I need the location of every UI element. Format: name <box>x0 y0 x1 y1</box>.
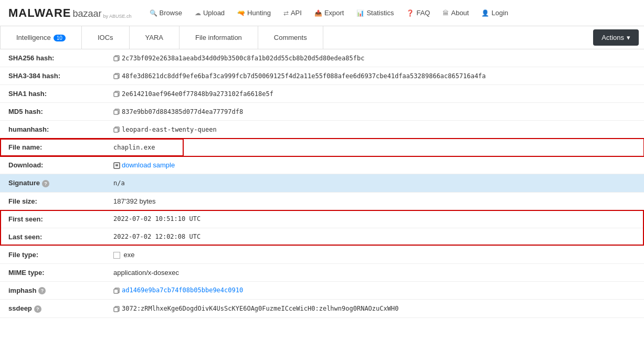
tab-comments[interactable]: Comments <box>258 26 323 49</box>
row-label-lastseen: Last seen: <box>0 228 105 246</box>
nav-link-upload[interactable]: ☁Upload <box>189 6 230 20</box>
actions-button[interactable]: Actions ▾ <box>593 29 639 46</box>
svg-rect-0 <box>114 57 118 61</box>
exe-file-icon <box>113 252 120 259</box>
row-value-filename: chaplin.exe <box>105 139 644 156</box>
tab-file-information[interactable]: File information <box>180 26 258 49</box>
export-label: Export <box>324 9 344 17</box>
file-info-table: SHA256 hash:2c73bf092e2638a1aeabd34d0d9b… <box>0 49 644 318</box>
tab-yara[interactable]: YARA <box>130 26 180 49</box>
tab-iocs[interactable]: IOCs <box>82 26 130 49</box>
hunting-label: Hunting <box>247 9 271 17</box>
row-value-signature: n/a <box>105 174 644 193</box>
imphash-link[interactable]: ad1469e9ba7cb74f08b05bbe9e4c0910 <box>122 287 243 294</box>
svg-rect-8 <box>114 289 118 293</box>
actions-chevron-icon: ▾ <box>627 34 630 41</box>
navbar: MALWARE bazaar by ABUSE.ch 🔍Browse☁Uploa… <box>0 0 644 26</box>
nav-link-export[interactable]: 📤Export <box>309 6 350 20</box>
tab-intelligence[interactable]: Intelligence10 <box>0 26 82 49</box>
svg-rect-2 <box>114 92 118 97</box>
table-row-mimetype: MIME type:application/x-dosexec <box>0 263 644 281</box>
row-value-firstseen: 2022-07-02 10:51:10 UTC <box>105 210 644 228</box>
faq-icon: ❓ <box>406 9 414 17</box>
row-label-humanhash: humanhash: <box>0 121 105 139</box>
export-icon: 📤 <box>314 9 322 17</box>
table-row-md5: MD5 hash:837e9bb07d884385d077d4ea77797df… <box>0 103 644 121</box>
row-value-filetype: exe <box>105 246 644 263</box>
tab-label-iocs: IOCs <box>98 34 113 41</box>
table-row-sha1: SHA1 hash:2e614210aef964e0f77848b9a27310… <box>0 85 644 103</box>
upload-label: Upload <box>203 9 225 17</box>
row-value-sha1: 2e614210aef964e0f77848b9a273102fa6618e5f <box>105 85 644 103</box>
table-row-download: Download:download sample <box>0 156 644 174</box>
copy-icon-sha3[interactable] <box>113 73 120 79</box>
nav-link-faq[interactable]: ❓FAQ <box>401 6 435 20</box>
svg-rect-4 <box>114 128 118 132</box>
tab-label-comments: Comments <box>274 34 307 41</box>
actions-label: Actions <box>601 34 624 41</box>
tab-badge-intelligence: 10 <box>54 35 66 41</box>
faq-label: FAQ <box>416 9 430 17</box>
brand: MALWARE bazaar by ABUSE.ch <box>8 6 132 20</box>
download-link[interactable]: download sample <box>122 161 175 169</box>
copy-icon-imphash[interactable] <box>113 288 120 294</box>
row-value-download: download sample <box>105 156 644 174</box>
row-label-imphash: imphash? <box>0 281 105 300</box>
help-icon-imphash[interactable]: ? <box>38 287 46 294</box>
tabs-bar: Intelligence10IOCsYARAFile informationCo… <box>0 26 644 49</box>
table-row-filename: File name:chaplin.exe <box>0 139 644 156</box>
hunting-icon: 🔫 <box>237 9 245 17</box>
nav-link-about[interactable]: 🏛About <box>437 6 474 20</box>
nav-link-browse[interactable]: 🔍Browse <box>144 6 187 20</box>
row-label-filetype: File type: <box>0 246 105 263</box>
upload-icon: ☁ <box>195 9 201 17</box>
row-value-ssdeep: 3072:zRMlhxeKge6DogdOivK4UsScKYE6OAg0Fuz… <box>105 300 644 318</box>
copy-icon-sha256[interactable] <box>113 55 120 61</box>
about-label: About <box>451 9 469 17</box>
row-value-filesize: 187'392 bytes <box>105 192 644 210</box>
row-label-md5: MD5 hash: <box>0 103 105 121</box>
nav-link-api[interactable]: ⇄API <box>278 6 307 20</box>
row-value-sha3: 48fe3d8621dc8ddf9efe6baf3ca999fcb7d50069… <box>105 67 644 85</box>
row-label-firstseen: First seen: <box>0 210 105 228</box>
login-label: Login <box>491 9 508 17</box>
table-row-filesize: File size:187'392 bytes <box>0 192 644 210</box>
svg-rect-3 <box>114 110 118 114</box>
help-icon-ssdeep[interactable]: ? <box>34 305 41 313</box>
statistics-icon: 📊 <box>356 9 364 17</box>
row-label-filename: File name: <box>0 139 105 156</box>
api-label: API <box>291 9 302 17</box>
file-info-table-wrapper: SHA256 hash:2c73bf092e2638a1aeabd34d0d9b… <box>0 49 644 318</box>
help-icon-signature[interactable]: ? <box>42 180 49 187</box>
row-label-filesize: File size: <box>0 192 105 210</box>
table-row-filetype: File type: exe <box>0 246 644 263</box>
row-value-mimetype: application/x-dosexec <box>105 263 644 281</box>
table-row-signature: Signature?n/a <box>0 174 644 193</box>
brand-malware: MALWARE <box>8 6 71 20</box>
copy-icon-ssdeep[interactable] <box>113 306 120 312</box>
nav-link-hunting[interactable]: 🔫Hunting <box>232 6 276 20</box>
row-label-sha3: SHA3-384 hash: <box>0 67 105 85</box>
row-label-sha256: SHA256 hash: <box>0 49 105 67</box>
row-label-mimetype: MIME type: <box>0 263 105 281</box>
svg-rect-1 <box>114 75 118 79</box>
nav-link-statistics[interactable]: 📊Statistics <box>351 6 399 20</box>
browse-icon: 🔍 <box>150 9 157 17</box>
nav-link-login[interactable]: 👤Login <box>476 6 513 20</box>
table-row-lastseen: Last seen:2022-07-02 12:02:08 UTC <box>0 228 644 246</box>
statistics-label: Statistics <box>366 9 394 17</box>
table-row-sha3: SHA3-384 hash:48fe3d8621dc8ddf9efe6baf3c… <box>0 67 644 85</box>
copy-icon-sha1[interactable] <box>113 91 120 97</box>
copy-icon-humanhash[interactable] <box>113 126 120 133</box>
svg-rect-9 <box>114 307 118 312</box>
copy-icon-md5[interactable] <box>113 109 120 115</box>
row-value-md5: 837e9bb07d884385d077d4ea77797df8 <box>105 103 644 121</box>
api-icon: ⇄ <box>283 9 289 17</box>
tab-label-intelligence: Intelligence <box>16 34 51 41</box>
brand-abuse: by ABUSE.ch <box>103 14 132 20</box>
nav-links: 🔍Browse☁Upload🔫Hunting⇄API📤Export📊Statis… <box>144 6 636 20</box>
tab-label-yara: YARA <box>145 34 163 41</box>
row-label-ssdeep: ssdeep? <box>0 300 105 318</box>
about-icon: 🏛 <box>442 9 449 17</box>
row-value-humanhash: leopard-east-twenty-queen <box>105 121 644 139</box>
